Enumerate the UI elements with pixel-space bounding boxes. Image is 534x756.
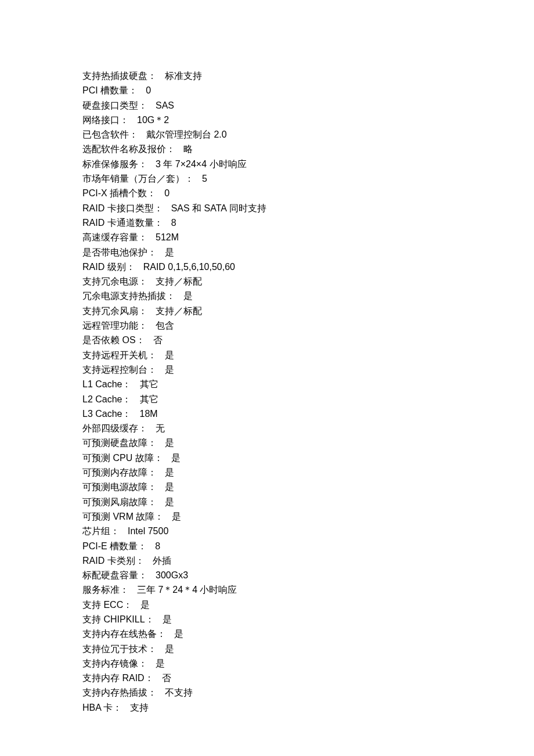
spec-value: SAS bbox=[156, 100, 174, 110]
spec-value: 是 bbox=[165, 350, 174, 360]
spec-row: 可预测内存故障：是 bbox=[82, 465, 452, 480]
spec-value: 8 bbox=[171, 218, 176, 228]
spec-value: RAID 0,1,5,6,10,50,60 bbox=[143, 262, 235, 272]
spec-row: 支持内存 RAID：否 bbox=[82, 671, 452, 685]
spec-label: 网络接口： bbox=[82, 115, 129, 125]
spec-label: 标准保修服务： bbox=[82, 159, 147, 169]
spec-row: 可预测电源故障：是 bbox=[82, 480, 452, 494]
spec-value: 是 bbox=[183, 291, 193, 301]
spec-row: 支持内存镜像：是 bbox=[82, 656, 452, 671]
spec-row: 支持 CHIPKILL：是 bbox=[82, 612, 452, 627]
spec-row: 芯片组：Intel 7500 bbox=[82, 524, 452, 538]
spec-label: 服务标准： bbox=[82, 585, 129, 595]
spec-row: 网络接口：10G＊2 bbox=[82, 113, 452, 127]
spec-row: 已包含软件：戴尔管理控制台 2.0 bbox=[82, 127, 452, 142]
spec-row: 可预测 CPU 故障：是 bbox=[82, 451, 452, 465]
spec-value: 0 bbox=[164, 188, 169, 198]
spec-row: PCI-X 插槽个数：0 bbox=[82, 186, 452, 200]
spec-label: 可预测内存故障： bbox=[82, 467, 157, 477]
spec-value: 否 bbox=[162, 673, 171, 683]
spec-row: 支持位冗于技术：是 bbox=[82, 642, 452, 656]
spec-label: PCI 槽数量： bbox=[82, 85, 138, 95]
spec-row: 可预测风扇故障：是 bbox=[82, 495, 452, 509]
spec-value: 戴尔管理控制台 2.0 bbox=[146, 129, 227, 139]
spec-label: PCI-X 插槽个数： bbox=[82, 188, 156, 198]
spec-value: 包含 bbox=[156, 321, 174, 330]
spec-value: 外插 bbox=[153, 556, 171, 566]
spec-row: 支持热插拔硬盘：标准支持 bbox=[82, 69, 452, 83]
spec-value: 是 bbox=[140, 600, 150, 610]
spec-label: RAID 卡通道数量： bbox=[82, 218, 163, 228]
spec-row: 冗余电源支持热插拔：是 bbox=[82, 289, 452, 303]
spec-row: 是否依赖 OS：否 bbox=[82, 333, 452, 347]
spec-label: 支持热插拔硬盘： bbox=[82, 71, 157, 81]
spec-row: RAID 级别：RAID 0,1,5,6,10,50,60 bbox=[82, 260, 452, 274]
spec-label: 选配软件名称及报价： bbox=[82, 144, 175, 154]
spec-label: 可预测风扇故障： bbox=[82, 497, 157, 507]
spec-value: 其它 bbox=[140, 394, 158, 404]
spec-value: 10G＊2 bbox=[137, 115, 169, 125]
spec-label: PCI-E 槽数量： bbox=[82, 541, 147, 551]
spec-row: PCI-E 槽数量：8 bbox=[82, 539, 452, 553]
spec-label: 可预测硬盘故障： bbox=[82, 438, 157, 448]
spec-row: 标配硬盘容量：300Gx3 bbox=[82, 568, 452, 582]
spec-row: 选配软件名称及报价：略 bbox=[82, 142, 452, 156]
spec-value: 18M bbox=[140, 409, 158, 419]
spec-label: 支持内存 RAID： bbox=[82, 673, 154, 683]
spec-row: L3 Cache：18M bbox=[82, 406, 452, 421]
spec-value: SAS 和 SATA 同时支持 bbox=[171, 203, 266, 213]
spec-value: 无 bbox=[156, 423, 165, 433]
spec-row: 可预测硬盘故障：是 bbox=[82, 435, 452, 450]
spec-label: 支持位冗于技术： bbox=[82, 644, 157, 654]
spec-row: 支持远程控制台：是 bbox=[82, 362, 452, 377]
spec-value: 是 bbox=[165, 467, 174, 477]
spec-label: 支持内存在线热备： bbox=[82, 629, 166, 639]
spec-value: 是 bbox=[174, 629, 183, 639]
spec-value: 5 bbox=[202, 174, 207, 183]
spec-value: 标准支持 bbox=[165, 71, 202, 81]
spec-label: 硬盘接口类型： bbox=[82, 100, 147, 110]
spec-value: 是 bbox=[165, 644, 174, 654]
spec-value: 是 bbox=[165, 247, 174, 257]
spec-row: HBA 卡：支持 bbox=[82, 700, 452, 715]
spec-label: 可预测电源故障： bbox=[82, 482, 157, 492]
spec-row: 服务标准：三年 7＊24＊4 小时响应 bbox=[82, 582, 452, 597]
spec-value: 是 bbox=[165, 438, 174, 448]
spec-row: 可预测 VRM 故障：是 bbox=[82, 509, 452, 524]
spec-row: 高速缓存容量：512M bbox=[82, 230, 452, 244]
spec-label: 支持内存镜像： bbox=[82, 658, 147, 668]
spec-row: 支持内存在线热备：是 bbox=[82, 627, 452, 641]
spec-label: 支持远程开关机： bbox=[82, 350, 157, 360]
spec-label: RAID 卡类别： bbox=[82, 556, 145, 566]
spec-row: 支持冗余电源：支持／标配 bbox=[82, 274, 452, 289]
spec-value: 支持／标配 bbox=[156, 306, 202, 316]
spec-value: Intel 7500 bbox=[128, 526, 168, 536]
spec-value: 三年 7＊24＊4 小时响应 bbox=[137, 585, 237, 595]
spec-label: 高速缓存容量： bbox=[82, 232, 147, 242]
spec-value: 是 bbox=[165, 365, 174, 375]
spec-value: 是 bbox=[165, 497, 174, 507]
spec-label: 冗余电源支持热插拔： bbox=[82, 291, 175, 301]
spec-row: L2 Cache：其它 bbox=[82, 392, 452, 406]
spec-row: 外部四级缓存：无 bbox=[82, 421, 452, 435]
spec-value: 是 bbox=[165, 482, 174, 492]
spec-row: 市场年销量（万台／套）：5 bbox=[82, 171, 452, 186]
spec-label: L2 Cache： bbox=[82, 394, 132, 404]
spec-label: 芯片组： bbox=[82, 526, 120, 536]
spec-label: 支持远程控制台： bbox=[82, 365, 157, 375]
spec-value: 支持 bbox=[130, 703, 149, 712]
spec-label: HBA 卡： bbox=[82, 703, 122, 712]
spec-row: 支持冗余风扇：支持／标配 bbox=[82, 304, 452, 318]
spec-row: 标准保修服务：3 年 7×24×4 小时响应 bbox=[82, 157, 452, 171]
spec-row: RAID 卡通道数量：8 bbox=[82, 215, 452, 230]
spec-row: RAID 卡类别：外插 bbox=[82, 553, 452, 568]
spec-row: L1 Cache：其它 bbox=[82, 377, 452, 391]
spec-value: 略 bbox=[183, 144, 193, 154]
spec-value: 支持／标配 bbox=[156, 276, 202, 286]
spec-value: 0 bbox=[146, 85, 151, 95]
spec-label: RAID 卡接口类型： bbox=[82, 203, 163, 213]
spec-label: 是否带电池保护： bbox=[82, 247, 157, 257]
spec-list: 支持热插拔硬盘：标准支持PCI 槽数量：0硬盘接口类型：SAS网络接口：10G＊… bbox=[82, 69, 452, 715]
spec-row: 支持 ECC：是 bbox=[82, 597, 452, 612]
spec-row: 支持内存热插拔：不支持 bbox=[82, 685, 452, 700]
